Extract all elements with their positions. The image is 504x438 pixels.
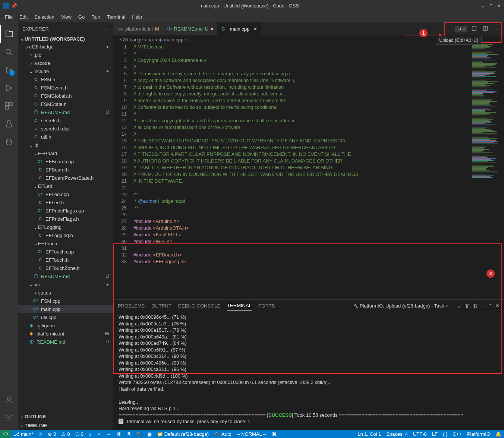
menu-terminal[interactable]: Terminal <box>104 13 128 21</box>
activity-testing[interactable] <box>0 115 18 133</box>
menu-selection[interactable]: Selection <box>31 13 57 21</box>
file-secrets.h[interactable]: Csecrets.h <box>18 116 113 125</box>
folder-EFLed[interactable]: ⌄EFLed <box>18 182 113 190</box>
terminal-task-label[interactable]: 🔧 PlatformIO: Upload (ef28-badge) - Task… <box>353 303 449 309</box>
status-arrow[interactable]: → <box>104 431 114 437</box>
close-panel-icon[interactable]: ✕ <box>495 303 500 309</box>
file-FSM.cpp[interactable]: C⁺FSM.cpp <box>18 297 113 305</box>
folder-EFBoard[interactable]: ⌄EFBoard <box>18 149 113 157</box>
status-c--[interactable]: C++ <box>450 431 464 437</box>
file-EFTouch.h[interactable]: CEFTouch.h <box>18 256 113 264</box>
tab-README.md[interactable]: ⓘREADME.mdU● <box>163 22 218 35</box>
menu-edit[interactable]: Edit <box>16 13 31 21</box>
file-README.md[interactable]: ⓘREADME.mdU <box>18 272 113 280</box>
panel-tab-output[interactable]: OUTPUT <box>151 301 171 311</box>
menu-file[interactable]: File <box>2 13 16 21</box>
status-utf-8[interactable]: UTF-8 <box>410 431 429 437</box>
file-EFBoardPowerState.h[interactable]: CEFBoardPowerState.h <box>18 174 113 182</box>
status-home[interactable]: ⌂ <box>86 431 94 437</box>
status-sync[interactable]: ⟳ <box>36 431 45 437</box>
status-0[interactable]: ⬡0 <box>73 431 86 437</box>
status-auto[interactable]: 🔌Auto <box>211 431 234 437</box>
file-EFLogging.h[interactable]: CEFLogging.h <box>18 231 113 239</box>
file-EFBoard.cpp[interactable]: C⁺EFBoard.cpp <box>18 157 113 166</box>
panel-tab-terminal[interactable]: TERMINAL <box>227 300 252 311</box>
file-util.cpp[interactable]: C⁺util.cpp <box>18 313 113 321</box>
file-FSMState.h[interactable]: CFSMState.h <box>18 100 113 108</box>
code-editor[interactable]: 1234567891011121314151617181920212223242… <box>113 44 504 299</box>
file-secrets.h.dist[interactable]: ≡secrets.h.dist <box>18 125 113 133</box>
status-cmd[interactable]: ⌘ <box>269 431 279 437</box>
file-FSM.h[interactable]: CFSM.h <box>18 75 113 83</box>
more-actions-icon[interactable]: ⋯ <box>492 25 500 33</box>
file-EFTouchZone.h[interactable]: CEFTouchZone.h <box>18 264 113 272</box>
split-terminal-icon[interactable]: ▯▯ <box>464 303 470 309</box>
panel-tab-debug-console[interactable]: DEBUG CONSOLE <box>178 301 220 311</box>
folder-ef28-badge[interactable]: ⌄ef28-badge● <box>18 42 113 51</box>
folder-.pio[interactable]: ›.pio <box>18 51 113 59</box>
panel-more-icon[interactable]: ⋯ <box>481 303 485 309</box>
folder-.vscode[interactable]: ›.vscode <box>18 59 113 67</box>
status----[interactable]: { } <box>440 431 450 437</box>
status-0[interactable]: ⚠0 <box>59 431 72 437</box>
activity-accounts[interactable] <box>0 391 18 409</box>
toggle-panel-icon[interactable] <box>470 24 478 34</box>
status-ln-1--col-1[interactable]: Ln 1, Col 1 <box>355 431 384 437</box>
status-bell[interactable]: 🔔 <box>493 431 504 437</box>
outline-section[interactable]: ›OUTLINE <box>18 412 113 421</box>
file-README.md[interactable]: ⓘREADME.mdU <box>18 108 113 116</box>
new-terminal-icon[interactable]: + <box>451 303 454 309</box>
file-FSMEvent.h[interactable]: CFSMEvent.h <box>18 83 113 92</box>
status-check[interactable]: ✓ <box>94 431 104 437</box>
panel-tab-problems[interactable]: PROBLEMS <box>118 301 145 311</box>
status-beaker[interactable]: ⚗ <box>124 431 133 437</box>
status-main-[interactable]: ⎇main* <box>11 431 36 437</box>
minimize-icon[interactable]: ⌄ <box>481 3 485 9</box>
file-EFTouch.cpp[interactable]: C⁺EFTouch.cpp <box>18 248 113 256</box>
sidebar-more-icon[interactable]: ⋯ <box>104 26 109 32</box>
close-icon[interactable]: ✕ <box>497 3 501 9</box>
menu-view[interactable]: View <box>58 13 75 21</box>
status-spaces--4[interactable]: Spaces: 4 <box>384 431 410 437</box>
file-.gitignore[interactable]: ◆.gitignore <box>18 321 113 330</box>
pin-icon[interactable]: 📌 <box>11 3 17 9</box>
tab-platformio.ini[interactable]: 🐜platformio.iniM <box>113 22 163 35</box>
timeline-section[interactable]: ›TIMELINE <box>18 421 113 430</box>
menu-run[interactable]: Run <box>88 13 103 21</box>
status-terminal[interactable]: ▣ <box>145 431 154 437</box>
activity-settings[interactable] <box>0 409 18 427</box>
folder-src[interactable]: ⌄src● <box>18 280 113 289</box>
activity-run[interactable] <box>0 79 18 97</box>
activity-explorer[interactable] <box>0 25 18 43</box>
activity-extensions[interactable] <box>0 97 18 115</box>
terminal-dropdown-icon[interactable]: ⌄ <box>457 303 462 309</box>
menu-go[interactable]: Go <box>75 13 88 21</box>
folder-include[interactable]: ⌄include● <box>18 67 113 75</box>
file-EFPrideFlags.h[interactable]: CEFPrideFlags.h <box>18 215 113 223</box>
folder-states[interactable]: ›states <box>18 289 113 297</box>
code-content[interactable]: // MIT License//// Copyright 2024 Eurofu… <box>132 44 471 299</box>
file-EFPrideFlags.cpp[interactable]: C⁺EFPrideFlags.cpp <box>18 207 113 215</box>
maximize-icon[interactable]: ⌃ <box>489 3 493 9</box>
file-main.cpp[interactable]: C⁺main.cpp <box>18 305 113 313</box>
split-editor-icon[interactable] <box>481 24 489 34</box>
folder-lib[interactable]: ⌄lib <box>18 141 113 149</box>
status-lf[interactable]: LF <box>429 431 440 437</box>
status-platformio[interactable]: PlatformIO <box>464 431 493 437</box>
file-util.h[interactable]: Cutil.h <box>18 133 113 141</box>
status-plug[interactable]: 🔌 <box>133 431 145 437</box>
file-EFBoard.h[interactable]: CEFBoard.h <box>18 166 113 174</box>
menu-help[interactable]: Help <box>129 13 145 21</box>
maximize-panel-icon[interactable]: ⌃ <box>488 303 492 309</box>
file-EFLed.h[interactable]: CEFLed.h <box>18 198 113 207</box>
file-README.md[interactable]: ⓘREADME.mdU <box>18 338 113 346</box>
file-EFLed.cpp[interactable]: C⁺EFLed.cpp <box>18 190 113 198</box>
upload-button[interactable]: ⌄ <box>455 26 467 32</box>
workspace-header[interactable]: ⌄UNTITLED (WORKSPACE) <box>18 35 113 42</box>
status-default--ef28-badge-[interactable]: 📁Default (ef28-badge) <box>154 431 211 437</box>
minimap[interactable] <box>471 44 504 299</box>
panel-tab-ports[interactable]: PORTS <box>258 301 275 311</box>
file-platformio.ini[interactable]: platformio.iniM <box>18 330 113 338</box>
status----normal---[interactable]: -- NORMAL -- <box>234 431 269 437</box>
activity-platformio[interactable] <box>0 133 18 151</box>
